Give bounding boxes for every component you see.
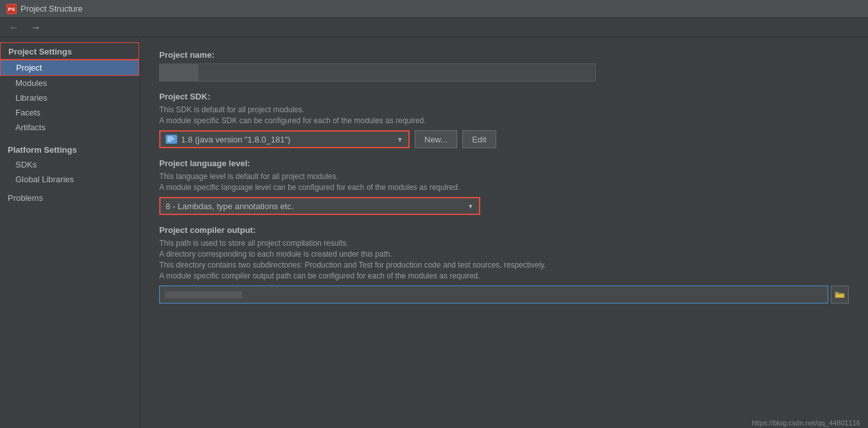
project-name-input[interactable] bbox=[159, 64, 596, 81]
sdk-new-button[interactable]: New... bbox=[415, 130, 457, 148]
project-name-label: Project name: bbox=[159, 50, 849, 60]
sidebar-item-facets[interactable]: Facets bbox=[0, 105, 139, 120]
sidebar-item-libraries[interactable]: Libraries bbox=[0, 90, 139, 105]
compiler-desc-4: A module specific compiler output path c… bbox=[159, 271, 849, 280]
compiler-desc-2: A directory corresponding to each module… bbox=[159, 250, 849, 259]
folder-button[interactable] bbox=[831, 286, 849, 304]
compiler-output-row bbox=[159, 286, 849, 304]
platform-settings-section: Platform Settings bbox=[0, 141, 139, 157]
project-sdk-label: Project SDK: bbox=[159, 92, 849, 101]
svg-text:PS: PS bbox=[8, 6, 15, 12]
project-name-section: Project name: bbox=[159, 50, 849, 81]
back-button[interactable]: ← bbox=[6, 21, 22, 35]
sdk-edit-button[interactable]: Edit bbox=[462, 130, 496, 148]
window-title: Project Structure bbox=[21, 4, 83, 13]
content-area: Project name: Project SDK: This SDK is d… bbox=[140, 37, 868, 428]
status-bar: https://blog.csdn.net/qq_44801116 bbox=[744, 418, 868, 428]
svg-rect-5 bbox=[168, 141, 171, 142]
sdk-row: 1.8 (java version "1.8.0_181") ▼ New... … bbox=[159, 130, 849, 148]
sidebar-item-project[interactable]: Project bbox=[0, 60, 139, 76]
language-level-dropdown[interactable]: 8 - Lambdas, type annotations etc. ▼ bbox=[159, 197, 480, 215]
sidebar-item-global-libraries[interactable]: Global Libraries bbox=[0, 172, 139, 187]
sidebar-item-artifacts[interactable]: Artifacts bbox=[0, 120, 139, 135]
compiler-output-section: Project compiler output: This path is us… bbox=[159, 225, 849, 304]
sidebar-item-sdks[interactable]: SDKs bbox=[0, 157, 139, 172]
sdk-dropdown[interactable]: 1.8 (java version "1.8.0_181") ▼ bbox=[159, 130, 410, 148]
compiler-output-label: Project compiler output: bbox=[159, 225, 849, 235]
sdk-value: 1.8 (java version "1.8.0_181") bbox=[181, 135, 290, 144]
project-sdk-section: Project SDK: This SDK is default for all… bbox=[159, 92, 849, 148]
main-layout: Project Settings Project Modules Librari… bbox=[0, 37, 868, 428]
language-level-section: Project language level: This language le… bbox=[159, 158, 849, 215]
compiler-desc-3: This directory contains two subdirectori… bbox=[159, 261, 849, 270]
status-url: https://blog.csdn.net/qq_44801116 bbox=[752, 419, 860, 427]
project-settings-section: Project Settings bbox=[0, 42, 139, 60]
svg-rect-4 bbox=[168, 139, 174, 140]
sdk-icon bbox=[166, 135, 177, 144]
nav-row: ← → bbox=[0, 18, 868, 37]
sdk-desc-1: This SDK is default for all project modu… bbox=[159, 105, 849, 114]
language-level-label: Project language level: bbox=[159, 158, 849, 168]
lang-desc-2: A module specific language level can be … bbox=[159, 183, 849, 192]
sidebar: Project Settings Project Modules Librari… bbox=[0, 37, 140, 428]
language-level-value: 8 - Lambdas, type annotations etc. bbox=[166, 201, 293, 211]
sidebar-item-problems[interactable]: Problems bbox=[0, 187, 139, 205]
lang-desc-1: This language level is default for all p… bbox=[159, 172, 849, 181]
app-icon: PS bbox=[6, 4, 17, 14]
sidebar-item-modules[interactable]: Modules bbox=[0, 76, 139, 90]
compiler-desc-1: This path is used to store all project c… bbox=[159, 239, 849, 248]
sdk-chevron: ▼ bbox=[397, 136, 403, 143]
compiler-output-input[interactable] bbox=[159, 286, 828, 304]
title-bar: PS Project Structure bbox=[0, 0, 868, 18]
forward-button[interactable]: → bbox=[28, 21, 44, 35]
sdk-desc-2: A module specific SDK can be configured … bbox=[159, 116, 849, 125]
svg-rect-3 bbox=[168, 137, 173, 138]
lang-chevron: ▼ bbox=[467, 203, 474, 210]
